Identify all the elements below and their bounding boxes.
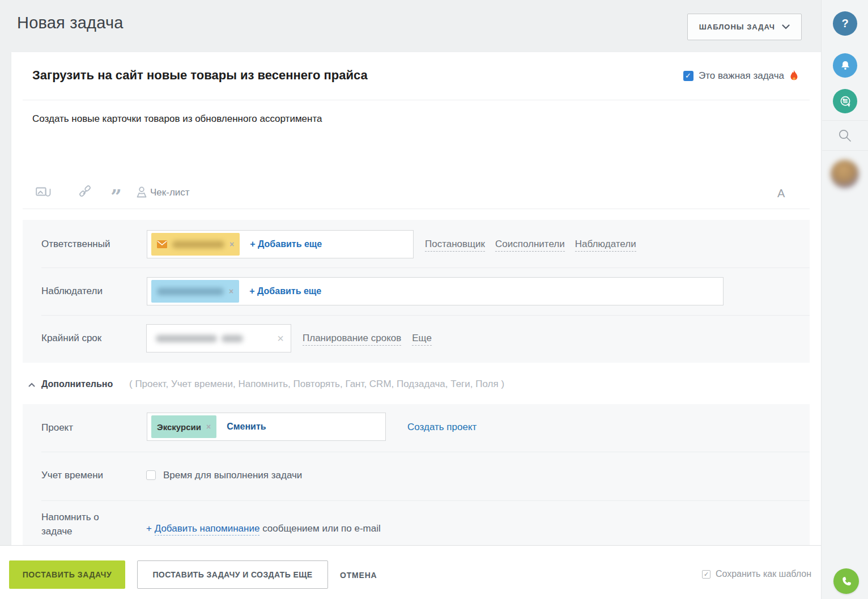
important-task-group: Это важная задача — [683, 52, 799, 100]
blurred-email-text — [172, 241, 224, 248]
bell-icon — [839, 60, 852, 72]
chevron-down-icon — [782, 24, 790, 29]
project-change-link[interactable]: Сменить — [227, 422, 266, 432]
reminder-suffix: сообщением или по e-mail — [262, 523, 381, 534]
deadline-more-link[interactable]: Еще — [412, 333, 432, 346]
reminder-label: Напомнить о задаче — [41, 510, 121, 538]
avatar[interactable] — [831, 160, 859, 188]
project-label: Проект — [41, 422, 73, 434]
search-icon — [837, 128, 853, 143]
divider — [41, 500, 810, 501]
quote-icon: ” — [110, 194, 122, 199]
save-template-label: Сохранить как шаблон — [716, 569, 811, 579]
observers-link[interactable]: Наблюдатели — [575, 239, 636, 252]
blurred-time-text — [222, 335, 243, 342]
insert-link-button[interactable] — [76, 184, 93, 201]
task-title-row: Загрузить на сайт новые товары из весенн… — [11, 52, 821, 100]
main-fields-panel: Ответственный × + Добавить еще Постановщ… — [23, 220, 810, 363]
mail-icon — [157, 240, 167, 248]
clear-deadline-icon[interactable]: × — [277, 332, 284, 345]
co-executors-link[interactable]: Соисполнители — [495, 239, 565, 252]
additional-section-header: Дополнительно ( Проект, Учет времени, На… — [11, 375, 821, 398]
task-title-input[interactable]: Загрузить на сайт новые товары из весенн… — [32, 68, 368, 83]
blurred-date-text — [156, 335, 217, 342]
originator-link[interactable]: Постановщик — [425, 239, 485, 252]
create-project-link[interactable]: Создать проект — [407, 422, 476, 433]
person-icon — [135, 185, 148, 199]
responsible-chip[interactable]: × — [151, 233, 240, 256]
observer-chip[interactable]: × — [151, 280, 239, 303]
quote-button[interactable]: ” — [108, 188, 125, 205]
divider — [23, 100, 810, 100]
link-icon — [78, 185, 92, 199]
submit-and-create-button[interactable]: ПОСТАВИТЬ ЗАДАЧУ И СОЗДАТЬ ЕЩЕ — [137, 560, 328, 589]
schedule-planning-link[interactable]: Планирование сроков — [303, 333, 401, 346]
project-chip-label: Экскурсии — [157, 422, 201, 432]
submit-task-button[interactable]: ПОСТАВИТЬ ЗАДАЧУ — [9, 560, 125, 589]
blurred-name-text — [157, 288, 224, 295]
notifications-button[interactable] — [833, 53, 857, 78]
responsible-add-more-link[interactable]: + Добавить еще — [250, 239, 322, 249]
fire-icon — [789, 70, 799, 82]
responsible-label: Ответственный — [41, 239, 110, 250]
attachment-icon — [36, 186, 52, 198]
question-mark-icon: ? — [841, 17, 848, 30]
divider — [23, 209, 810, 209]
checklist-button[interactable]: Чек-лист — [150, 187, 190, 198]
divider — [41, 267, 810, 268]
task-templates-button[interactable]: ШАБЛОНЫ ЗАДАЧ — [687, 14, 802, 40]
chevron-up-icon[interactable] — [28, 383, 35, 387]
reminder-row: + Добавить напоминание сообщением или по… — [146, 523, 381, 534]
important-task-checkbox[interactable] — [683, 71, 693, 81]
remove-observer-icon[interactable]: × — [229, 287, 233, 295]
plus-sign: + — [146, 523, 152, 534]
observers-label: Наблюдатели — [41, 286, 103, 297]
phone-icon — [840, 575, 853, 588]
mention-person-button[interactable] — [133, 184, 150, 201]
chat-button[interactable] — [833, 89, 857, 113]
phone-button[interactable] — [833, 568, 859, 594]
task-description-input[interactable]: Создать новые карточки товаров из обновл… — [32, 113, 322, 125]
font-button[interactable]: A — [777, 187, 785, 200]
divider — [822, 150, 868, 151]
additional-label[interactable]: Дополнительно — [41, 379, 113, 389]
time-tracking-checkbox[interactable] — [146, 470, 156, 480]
page-title: Новая задача — [17, 14, 124, 32]
time-tracking-label: Учет времени — [41, 470, 103, 481]
search-button[interactable] — [837, 128, 853, 143]
observers-add-more-link[interactable]: + Добавить еще — [249, 286, 321, 296]
task-form-card: Загрузить на сайт новые товары из весенн… — [11, 52, 821, 545]
deadline-links: Планирование сроков Еще — [303, 333, 432, 346]
save-template-checkbox[interactable] — [702, 570, 710, 579]
divider — [41, 315, 810, 316]
new-task-page: Новая задача ШАБЛОНЫ ЗАДАЧ Загрузить на … — [0, 0, 868, 599]
deadline-input[interactable]: × — [146, 324, 291, 352]
project-chip[interactable]: Экскурсии × — [151, 415, 216, 438]
cancel-button[interactable]: ОТМЕНА — [340, 571, 377, 580]
remove-responsible-icon[interactable]: × — [229, 240, 234, 248]
task-templates-label: ШАБЛОНЫ ЗАДАЧ — [699, 23, 775, 31]
role-links: Постановщик Соисполнители Наблюдатели — [425, 239, 636, 252]
project-input[interactable]: Экскурсии × Сменить — [147, 413, 386, 441]
help-button[interactable]: ? — [833, 11, 857, 36]
save-as-template-group: Сохранить как шаблон — [702, 569, 811, 579]
remove-project-icon[interactable]: × — [206, 423, 211, 431]
responsible-input[interactable]: × + Добавить еще — [147, 230, 414, 258]
observers-input[interactable]: × + Добавить еще — [147, 277, 724, 305]
important-task-label: Это важная задача — [699, 70, 784, 82]
add-reminder-link[interactable]: Добавить напоминание — [155, 523, 260, 536]
attach-file-button[interactable] — [35, 184, 52, 201]
footer-bar: ПОСТАВИТЬ ЗАДАЧУ ПОСТАВИТЬ ЗАДАЧУ И СОЗД… — [0, 545, 821, 599]
additional-summary: ( Проект, Учет времени, Напомнить, Повто… — [129, 379, 504, 390]
time-tracking-checkbox-label: Время для выполнения задачи — [163, 470, 302, 481]
divider — [41, 452, 810, 452]
chat-bubble-icon — [839, 95, 852, 108]
divider — [822, 120, 868, 121]
deadline-label: Крайний срок — [41, 333, 101, 344]
right-sidebar: ? — [821, 0, 868, 599]
additional-fields-panel: Проект Экскурсии × Сменить Создать проек… — [23, 404, 810, 545]
